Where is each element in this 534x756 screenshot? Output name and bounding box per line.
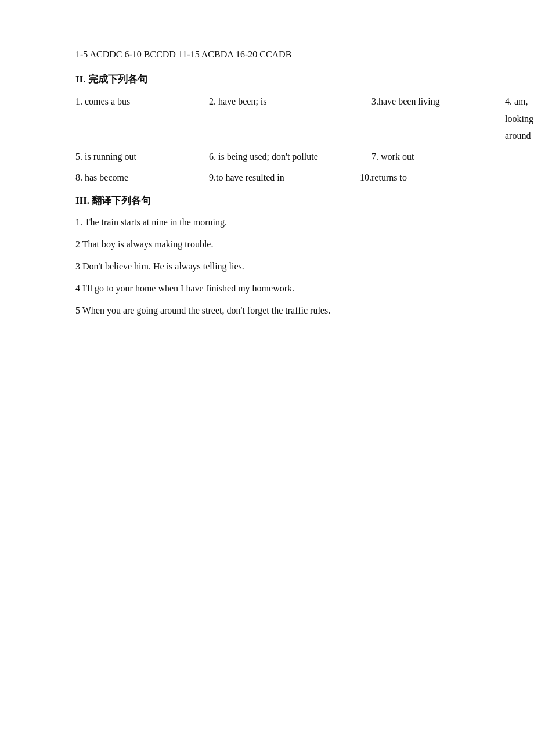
answer-10: 10.returns to xyxy=(360,169,464,186)
answer-9: 9.to have resulted in xyxy=(209,169,360,186)
section-3: III. 翻译下列各句 1. The train starts at nine … xyxy=(75,194,464,319)
section2-header: II. 完成下列各句 xyxy=(75,73,464,86)
answer-8: 8. has become xyxy=(75,169,209,186)
section1-answers: 1-5 ACDDC 6-10 BCCDD 11-15 ACBDA 16-20 C… xyxy=(75,46,464,62)
answer-6: 6. is being used; don't pollute xyxy=(209,148,371,165)
page-content: 1-5 ACDDC 6-10 BCCDD 11-15 ACBDA 16-20 C… xyxy=(0,0,534,371)
translate-2: 2 That boy is always making trouble. xyxy=(75,236,464,253)
translate-3: 3 Don't believe him. He is always tellin… xyxy=(75,258,464,275)
translate-4: 4 I'll go to your home when I have finis… xyxy=(75,280,464,297)
section2-row2: 5. is running out 6. is being used; don'… xyxy=(75,148,464,165)
translate-1: 1. The train starts at nine in the morni… xyxy=(75,214,464,231)
section3-header: III. 翻译下列各句 xyxy=(75,194,464,207)
answer-4: 4. am, looking around xyxy=(505,93,533,145)
section-1: 1-5 ACDDC 6-10 BCCDD 11-15 ACBDA 16-20 C… xyxy=(75,46,464,62)
section-2: II. 完成下列各句 1. comes a bus 2. have been; … xyxy=(75,73,464,186)
answer-3: 3.have been living xyxy=(371,93,505,145)
translate-5: 5 When you are going around the street, … xyxy=(75,303,464,319)
answer-7: 7. work out xyxy=(371,148,464,165)
answer-1: 1. comes a bus xyxy=(75,93,209,145)
section2-row1: 1. comes a bus 2. have been; is 3.have b… xyxy=(75,93,464,145)
answer-2: 2. have been; is xyxy=(209,93,371,145)
answer-5: 5. is running out xyxy=(75,148,209,165)
section2-row3: 8. has become 9.to have resulted in 10.r… xyxy=(75,169,464,186)
